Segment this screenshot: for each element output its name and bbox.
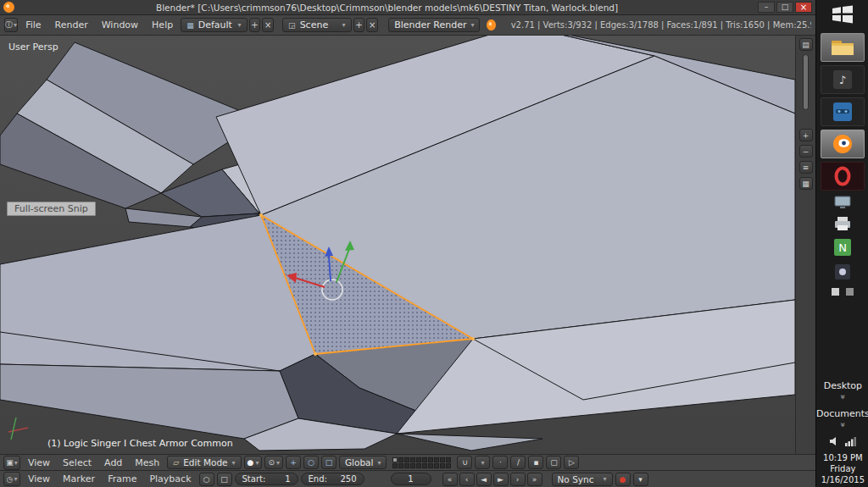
- taskbar-item-blender[interactable]: [821, 130, 865, 158]
- pivot-point-dropdown[interactable]: ⊙ ▾: [264, 456, 283, 469]
- layer-cell[interactable]: [446, 457, 451, 462]
- select-mode-edge-button[interactable]: /: [510, 456, 526, 469]
- frame-end-field[interactable]: End: 250: [301, 473, 364, 485]
- add-layout-button[interactable]: +: [249, 18, 261, 32]
- render-engine-dropdown[interactable]: Blender Render ▾: [388, 18, 480, 32]
- menu-select[interactable]: Select: [58, 457, 97, 468]
- taskbar-item-media-app[interactable]: ♪: [821, 65, 865, 94]
- taskbar-item-onenote[interactable]: N: [833, 238, 852, 257]
- layer-cell[interactable]: [440, 457, 445, 462]
- menu-render[interactable]: Render: [49, 19, 94, 30]
- select-mode-vertex-button[interactable]: ·: [492, 456, 508, 469]
- snap-element-dropdown[interactable]: ▾: [475, 456, 490, 469]
- minimize-button[interactable]: –: [758, 2, 775, 13]
- layer-cell[interactable]: [428, 457, 433, 462]
- sync-mode-dropdown[interactable]: No Sync ▾: [552, 473, 613, 486]
- next-keyframe-button[interactable]: ›: [510, 473, 526, 486]
- prev-keyframe-button[interactable]: ‹: [459, 473, 475, 486]
- menu-add[interactable]: Add: [99, 457, 127, 468]
- menu-frame[interactable]: Frame: [103, 473, 142, 484]
- layer-cell[interactable]: [434, 457, 439, 462]
- viewport-shading-dropdown[interactable]: ● ▾: [244, 456, 263, 469]
- desktop-expand-chevron-icon[interactable]: »: [838, 394, 848, 399]
- selected-vertex[interactable]: [259, 213, 263, 217]
- record-button[interactable]: ●: [615, 473, 631, 486]
- documents-toolbar-label[interactable]: Documents: [816, 408, 868, 419]
- layer-cell[interactable]: [410, 463, 415, 468]
- start-button[interactable]: [831, 4, 854, 28]
- screen-layout-dropdown[interactable]: ▦ Default ▾: [181, 18, 247, 32]
- frame-start-field[interactable]: Start: 1: [235, 473, 298, 485]
- layer-cell[interactable]: [392, 463, 398, 468]
- taskbar-item-dark-app[interactable]: [834, 263, 851, 280]
- close-button[interactable]: ×: [795, 2, 812, 13]
- layer-cell[interactable]: [434, 463, 439, 468]
- taskbar-item-display[interactable]: [834, 196, 851, 209]
- menu-mesh[interactable]: Mesh: [130, 457, 164, 468]
- menu-view[interactable]: View: [23, 473, 55, 484]
- menu-marker[interactable]: Marker: [58, 473, 100, 484]
- add-scene-button[interactable]: +: [353, 18, 365, 32]
- menu-view[interactable]: View: [23, 457, 55, 468]
- timeline-editor-type-icon[interactable]: ◷▾: [3, 472, 20, 486]
- play-reverse-button[interactable]: ◄: [476, 473, 492, 486]
- zoom-out-button[interactable]: −: [799, 145, 813, 158]
- desktop-toolbar-label[interactable]: Desktop: [824, 380, 862, 391]
- jump-to-start-button[interactable]: «: [442, 473, 458, 486]
- viewport-3d[interactable]: User Persp Full-screen Snip (1) Logic Si…: [0, 36, 795, 454]
- mesh-canvas[interactable]: [0, 36, 795, 454]
- layer-cell[interactable]: [416, 463, 421, 468]
- layer-cell[interactable]: [398, 463, 403, 468]
- menu-help[interactable]: Help: [146, 19, 179, 30]
- taskbar-item-blue-app[interactable]: [821, 97, 865, 126]
- menu-window[interactable]: Window: [96, 19, 144, 30]
- scene-dropdown[interactable]: ◲ Scene ▾: [282, 18, 352, 32]
- remove-scene-button[interactable]: ×: [366, 18, 378, 32]
- documents-expand-chevron-icon[interactable]: »: [838, 422, 848, 427]
- remove-layout-button[interactable]: ×: [262, 18, 274, 32]
- layer-cell[interactable]: [404, 457, 409, 462]
- snap-magnet-button[interactable]: ∪: [457, 456, 472, 469]
- window-titlebar[interactable]: Blender* [C:\Users\crimmson76\Desktop\Cr…: [0, 0, 815, 15]
- layer-cell[interactable]: [416, 457, 421, 462]
- manipulator-rotate-button[interactable]: ○: [303, 456, 319, 469]
- lock-range-button[interactable]: □: [217, 473, 232, 486]
- speaker-icon[interactable]: [829, 436, 839, 446]
- manipulator-translate-button[interactable]: +: [286, 456, 301, 469]
- layer-cell[interactable]: [446, 463, 451, 468]
- menu-file[interactable]: File: [19, 19, 47, 30]
- keying-set-button[interactable]: ▾: [633, 473, 648, 486]
- editor-type-icon[interactable]: ⓘ▾: [4, 18, 18, 32]
- layer-cell[interactable]: [404, 463, 409, 468]
- network-signal-icon[interactable]: [845, 436, 857, 446]
- maximize-button[interactable]: □: [776, 2, 793, 13]
- layer-cell[interactable]: [398, 457, 403, 462]
- opengl-render-still-button[interactable]: ▢: [546, 456, 561, 469]
- mode-dropdown[interactable]: ▱ Edit Mode ▾: [167, 456, 241, 469]
- layer-cell[interactable]: [428, 463, 433, 468]
- menu-playback[interactable]: Playback: [144, 473, 196, 484]
- panel-list-icon[interactable]: ≡: [799, 161, 813, 174]
- taskbar-item-printer[interactable]: [833, 216, 852, 231]
- selected-vertex[interactable]: [471, 337, 475, 340]
- play-button[interactable]: ►: [493, 473, 509, 486]
- viewport-editor-type-icon[interactable]: ▣▾: [3, 456, 20, 470]
- layer-cell-active[interactable]: [392, 457, 398, 462]
- layers-widget[interactable]: [392, 457, 451, 468]
- layer-cell[interactable]: [422, 463, 427, 468]
- taskbar-item-opera[interactable]: [821, 162, 865, 191]
- selected-vertex[interactable]: [314, 352, 317, 356]
- taskbar-tool-row[interactable]: [831, 287, 854, 296]
- current-frame-field[interactable]: 1: [391, 473, 431, 485]
- taskbar-clock[interactable]: 10:19 PM Friday 1/16/2015: [821, 452, 865, 485]
- panel-grid-icon[interactable]: ▦: [799, 177, 813, 190]
- manipulator-scale-button[interactable]: □: [321, 456, 337, 469]
- layer-cell[interactable]: [422, 457, 427, 462]
- opengl-render-anim-button[interactable]: ▷: [564, 456, 579, 469]
- preview-range-button[interactable]: ○: [199, 473, 214, 486]
- zoom-in-button[interactable]: +: [799, 129, 813, 141]
- region-menu-icon[interactable]: ▤: [799, 38, 813, 51]
- orientation-dropdown[interactable]: Global ▾: [339, 456, 387, 469]
- vertical-scrollbar[interactable]: [803, 54, 809, 110]
- select-mode-face-button[interactable]: ▪: [528, 456, 543, 469]
